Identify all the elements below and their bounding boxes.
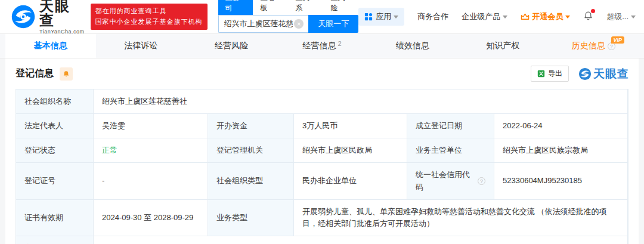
- apps-menu-label: 应用: [376, 11, 391, 22]
- search-button[interactable]: 天眼一下: [308, 15, 358, 33]
- capital-label: 开办资金: [208, 114, 294, 138]
- capital-value: 3万人民币: [294, 114, 407, 138]
- chevron-down-icon: [565, 16, 570, 18]
- search-tab-relation[interactable]: 查关系: [288, 0, 323, 15]
- status-label: 登记状态: [16, 138, 94, 163]
- tab-basic-info[interactable]: 基本信息: [5, 34, 96, 58]
- chevron-down-icon: [503, 16, 507, 18]
- search-tab-risk[interactable]: 查风险: [323, 0, 358, 15]
- cert-no-value: -: [94, 163, 208, 199]
- business-type-label: 业务类型: [208, 200, 294, 236]
- section-header: 登记信息 导出: [5, 58, 639, 88]
- vip-badge: VIP: [611, 36, 625, 44]
- tab-count-badge: 2: [338, 40, 341, 47]
- search-tabs: 查公司 查老板 查关系 查风险: [218, 1, 359, 15]
- slogan-line1: 都在用的商业查询工具: [95, 6, 203, 17]
- tab-performance-info[interactable]: 绩效信息: [367, 34, 458, 58]
- org-type-value: 民办非企业单位: [294, 163, 407, 199]
- registration-table: 社会组织名称 绍兴市上虞区莲花慈善社 法定代表人 吴浩雯 开办资金 3万人民币 …: [16, 89, 628, 244]
- section-title: 登记信息: [16, 67, 54, 80]
- tab-operation-info[interactable]: 经营信息 2: [277, 34, 367, 58]
- cert-validity-value: 2024-09-30 至 2028-09-29: [94, 200, 208, 236]
- org-name-label: 社会组织名称: [16, 89, 94, 114]
- authority-label: 登记管理机关: [208, 138, 294, 163]
- notification-badge: [591, 9, 595, 13]
- user-account-menu[interactable]: 超级...: [606, 11, 636, 22]
- search-tab-boss[interactable]: 查老板: [253, 0, 288, 15]
- est-date-label: 成立登记日期: [407, 114, 494, 138]
- chevron-down-icon: [394, 16, 398, 18]
- tab-operation-risk[interactable]: 经营风险: [186, 34, 277, 58]
- business-cooperation-link[interactable]: 商务合作: [417, 11, 448, 22]
- export-button[interactable]: 导出: [531, 66, 569, 82]
- help-icon[interactable]: ?: [478, 177, 485, 185]
- legal-rep-value[interactable]: 吴浩雯: [94, 114, 208, 138]
- apps-menu[interactable]: 应用: [358, 8, 404, 26]
- grid-icon: [364, 13, 373, 21]
- est-date-value: 2022-06-24: [494, 114, 628, 138]
- status-value: 正常: [94, 138, 208, 163]
- top-header: 天眼查 TianYanCha.com 都在用的商业查询工具 国家中小企业发展子基…: [0, 0, 644, 33]
- top-menu: 应用 商务合作 企业级产品 开通会员 超级...: [358, 8, 636, 26]
- tianyancha-logo[interactable]: 天眼查 TianYanCha.com: [11, 0, 85, 35]
- notification-bell-icon[interactable]: [583, 11, 593, 23]
- excel-icon: [537, 70, 545, 78]
- cert-no-label: 登记证号: [16, 163, 94, 199]
- business-type-value: 开展弱势儿童、孤儿、单亲困难孕妇救助等慈善活动和慈善文化交流 （依法须经批准的项…: [294, 200, 628, 236]
- tab-history-info[interactable]: VIP 历史信息 ?: [548, 34, 639, 58]
- tianyancha-logo-icon: [11, 4, 36, 29]
- brand-name: 天眼查: [39, 0, 85, 27]
- chevron-down-icon: [631, 16, 636, 18]
- tab-intellectual-property[interactable]: 知识产权: [458, 34, 549, 58]
- purpose-value: -: [94, 236, 628, 244]
- org-type-label: 社会组织类型: [208, 163, 294, 199]
- cert-validity-label: 证书有效期: [16, 200, 94, 236]
- main-content: 登记信息 导出: [5, 58, 639, 244]
- authority-value: 绍兴市上虞区民政局: [294, 138, 407, 163]
- supervisor-value: 绍兴市上虞区民族宗教局: [494, 138, 628, 163]
- vip-upgrade-menu[interactable]: 开通会员: [521, 11, 570, 22]
- org-name-value: 绍兴市上虞区莲花慈善社: [94, 89, 628, 114]
- brand-slogan: 都在用的商业查询工具 国家中小企业发展子基金旗下机构: [91, 4, 208, 29]
- slogan-line2: 国家中小企业发展子基金旗下机构: [95, 17, 203, 27]
- monitor-bell-icon[interactable]: [60, 67, 73, 81]
- detail-nav-tabs: 基本信息 法律诉讼 经营风险 经营信息 2 绩效信息 知识产权 VIP 历史信息…: [0, 33, 644, 58]
- tianyancha-watermark: 天眼查: [578, 66, 629, 82]
- search-tab-company[interactable]: 查公司: [218, 0, 253, 15]
- purpose-label: 宗旨: [16, 236, 94, 244]
- credit-code-label: 统一社会信用代码 ?: [407, 163, 494, 199]
- tianyancha-logo-icon: [578, 67, 592, 81]
- tab-legal-litigation[interactable]: 法律诉讼: [96, 34, 187, 58]
- supervisor-label: 业务主管单位: [407, 138, 494, 163]
- crown-icon: [521, 13, 530, 21]
- credit-code-value: 52330604MJ95230185: [494, 163, 628, 199]
- legal-rep-label: 法定代表人: [16, 114, 94, 138]
- enterprise-products-menu[interactable]: 企业级产品: [462, 11, 507, 22]
- search-area: 查公司 查老板 查关系 查风险 × 天眼一下: [218, 1, 359, 33]
